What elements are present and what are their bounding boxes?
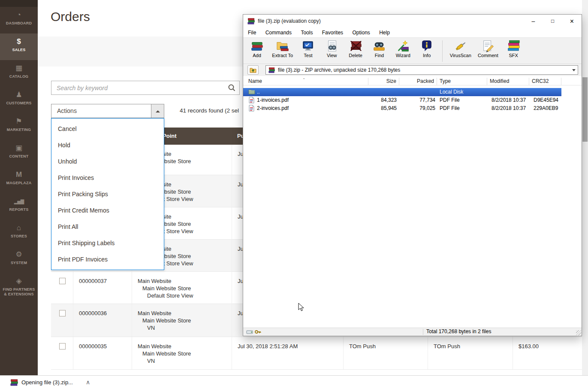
toolbar-label: Add: [248, 53, 265, 58]
column-size[interactable]: Size: [368, 78, 399, 85]
row-checkbox[interactable]: [59, 278, 66, 284]
menu-options[interactable]: Options: [348, 28, 374, 37]
sidebar-item-customers[interactable]: ♟ CUSTOMERS: [0, 87, 38, 113]
menu-file[interactable]: File: [244, 28, 260, 37]
search-icon[interactable]: [227, 83, 236, 92]
toolbar-button-find[interactable]: Find: [368, 39, 390, 58]
menu-item-print-packing-slips[interactable]: Print Packing Slips: [51, 186, 164, 202]
menu-tools[interactable]: Tools: [297, 28, 317, 37]
toolbar-label: SFX: [505, 53, 522, 58]
sidebar-item-sales[interactable]: $ SALES: [0, 33, 38, 60]
purchase-point-line: Default Store View: [147, 292, 232, 299]
purchase-point-line: Main Website: [138, 343, 232, 350]
menu-commands[interactable]: Commands: [262, 28, 296, 37]
test-icon: [302, 40, 314, 52]
view-icon: [326, 40, 338, 52]
extract-icon: [276, 40, 289, 52]
file-name: 1-invoices.pdf: [257, 96, 289, 104]
file-row-up-dir[interactable]: .. Local Disk: [243, 88, 561, 96]
sidebar-item-label: CONTENT: [0, 154, 38, 159]
toolbar-button-virusscan[interactable]: VirusScan: [447, 39, 474, 58]
menu-item-cancel[interactable]: Cancel: [51, 121, 164, 137]
menu-item-print-all[interactable]: Print All: [51, 219, 164, 235]
winrar-menubar: File Commands Tools Favorites Options He…: [244, 28, 582, 37]
sidebar-item-content[interactable]: ▣ CONTENT: [0, 140, 38, 167]
menu-item-unhold[interactable]: Unhold: [51, 153, 164, 170]
address-combobox[interactable]: file (3).zip - ZIP archive, unpacked siz…: [265, 65, 578, 75]
winrar-file-icon: [10, 379, 18, 386]
sidebar-item-label: MAGEPLAZA: [0, 181, 38, 185]
page-scrollbar[interactable]: [582, 0, 588, 375]
column-modified[interactable]: Modified: [487, 78, 529, 85]
scrollbar-thumb[interactable]: [582, 77, 588, 142]
sidebar-item-reports[interactable]: ▂▅▇ REPORTS: [0, 193, 38, 220]
file-row-pdf-1[interactable]: 1-invoices.pdf 84,323 77,734 PDF File 8/…: [243, 96, 561, 104]
menu-item-hold[interactable]: Hold: [51, 137, 164, 153]
toolbar-button-wizard[interactable]: Wizard: [392, 39, 414, 58]
file-name: ..: [257, 88, 260, 96]
search-input[interactable]: [51, 81, 240, 95]
column-name[interactable]: Name: [243, 78, 368, 85]
menu-item-print-shipping-labels[interactable]: Print Shipping Labels: [51, 235, 164, 251]
sidebar-item-label: DASHBOARD: [0, 21, 38, 26]
sidebar-item-mageplaza[interactable]: M MAGEPLAZA: [0, 167, 38, 193]
actions-dropdown-arrow[interactable]: [151, 104, 164, 118]
sidebar-item-dashboard[interactable]: ◔ DASHBOARD: [0, 7, 38, 33]
up-directory-button[interactable]: [247, 65, 259, 75]
purchase-point-line: VN: [147, 357, 232, 365]
column-type[interactable]: Type: [437, 78, 487, 85]
toolbar-button-comment[interactable]: Comment: [475, 39, 501, 58]
sidebar-item-label: FIND PARTNERS & EXTENSIONS: [0, 287, 38, 297]
sidebar-item-stores[interactable]: ⌂ STORES: [0, 220, 38, 246]
maximize-button[interactable]: □: [543, 15, 562, 28]
file-size: 85,945: [368, 104, 397, 112]
column-crc32[interactable]: CRC32: [529, 78, 561, 85]
stores-icon: ⌂: [0, 224, 38, 232]
purchase-point-cell: Main Website Main Website Store Default …: [132, 272, 232, 304]
sidebar-item-marketing[interactable]: ⚑ MARKETING: [0, 113, 38, 140]
file-type: Local Disk: [440, 88, 463, 96]
toolbar-button-info[interactable]: Info: [416, 39, 438, 58]
menu-favorites[interactable]: Favorites: [318, 28, 347, 37]
column-packed[interactable]: Packed: [399, 78, 437, 85]
resize-grip[interactable]: [576, 330, 581, 335]
purchase-point-line: Main Website Store: [142, 317, 232, 324]
sidebar-item-catalog[interactable]: ▦ CATALOG: [0, 60, 38, 87]
menu-item-print-credit-memos[interactable]: Print Credit Memos: [51, 202, 164, 219]
purchase-point-line: Main Website Store: [142, 350, 232, 357]
toolbar-button-sfx[interactable]: SFX: [502, 39, 525, 58]
actions-dropdown-button[interactable]: Actions: [51, 104, 164, 118]
keys-icon[interactable]: [254, 329, 261, 334]
find-icon: [373, 40, 386, 52]
toolbar-button-extract[interactable]: Extract To: [269, 39, 296, 58]
sidebar-item-find-partners[interactable]: ◈ FIND PARTNERS & EXTENSIONS: [0, 273, 38, 305]
sidebar-item-system[interactable]: ⚙ SYSTEM: [0, 246, 38, 273]
download-item[interactable]: Opening file (3).zip...: [21, 376, 73, 389]
magento-logo-area[interactable]: [0, 0, 38, 7]
chevron-up-icon[interactable]: ∧: [86, 376, 90, 389]
menu-item-print-invoices[interactable]: Print Invoices: [51, 170, 164, 186]
minimize-button[interactable]: –: [524, 15, 543, 28]
toolbar-button-test[interactable]: Test: [297, 39, 319, 58]
mageplaza-icon: M: [0, 170, 38, 179]
row-checkbox[interactable]: [59, 343, 66, 349]
file-row-pdf-2[interactable]: 2-invoices.pdf 85,945 79,025 PDF File 8/…: [243, 104, 561, 112]
close-button[interactable]: ×: [562, 15, 582, 28]
toolbar-label: Test: [299, 53, 317, 58]
menu-item-print-pdf-invoices[interactable]: Print PDF Invoices: [51, 251, 164, 267]
sidebar-item-label: REPORTS: [0, 207, 38, 212]
pdf-file-icon: [248, 105, 255, 112]
combo-dropdown-icon[interactable]: [570, 66, 578, 74]
menu-help[interactable]: Help: [375, 28, 394, 37]
reports-icon: ▂▅▇: [0, 197, 38, 206]
toolbar-button-add[interactable]: Add: [246, 39, 268, 58]
toolbar-button-view[interactable]: View: [321, 39, 343, 58]
toolbar-button-delete[interactable]: Delete: [344, 39, 367, 58]
toolbar-label: Comment: [478, 53, 498, 58]
drive-icon[interactable]: [246, 329, 253, 334]
comment-icon: [482, 40, 495, 52]
winrar-titlebar[interactable]: file (3).zip (evaluation copy) – □ ×: [243, 15, 582, 28]
purchase-date: Jul 30, 2018 2:51:28 AM: [238, 343, 343, 350]
folder-up-icon: [250, 67, 256, 73]
row-checkbox[interactable]: [59, 310, 66, 316]
